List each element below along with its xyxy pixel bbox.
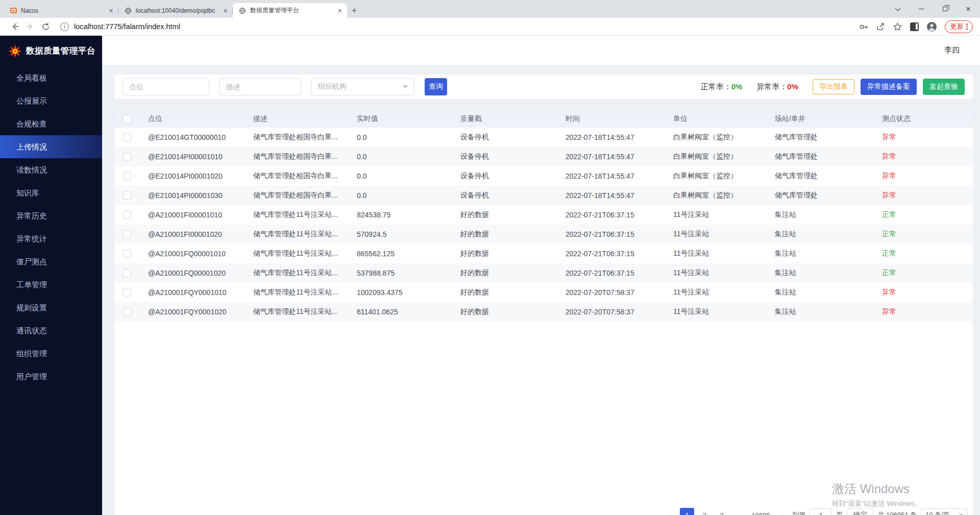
sidebar-item[interactable]: 读数情况 [0, 158, 102, 181]
profile-avatar-icon[interactable] [926, 21, 937, 32]
row-checkbox[interactable] [123, 211, 131, 219]
organization-select[interactable]: 组织机构 [311, 78, 414, 95]
sidebar-item[interactable]: 异常统计 [0, 227, 102, 250]
table-row: @A210001FQY0001010储气库管理处11号注采站...1002093… [114, 283, 973, 302]
description-input[interactable] [219, 78, 301, 95]
row-checkbox[interactable] [123, 269, 131, 277]
row-checkbox[interactable] [123, 230, 131, 238]
sidebar-item[interactable]: 异常历史 [0, 204, 102, 227]
reload-icon[interactable] [38, 22, 53, 31]
tab-close-icon[interactable] [335, 6, 344, 15]
page-button[interactable]: 2 [697, 508, 712, 515]
cell-value: 1002093.4375 [349, 288, 452, 297]
row-checkbox[interactable] [123, 172, 131, 180]
abnormal-rate-value: 0% [787, 82, 798, 91]
cell-point: @A210001FI00001020 [140, 230, 245, 238]
goto-confirm-button[interactable]: 确定 [847, 508, 873, 515]
cell-unit: 11号注采站 [665, 230, 767, 239]
side-panel-icon[interactable] [910, 22, 919, 31]
sidebar-item[interactable]: 僵尸测点 [0, 250, 102, 273]
password-key-icon[interactable] [859, 22, 868, 32]
sidebar-item[interactable]: 公报展示 [0, 89, 102, 112]
page-button[interactable]: 10696 [749, 508, 772, 515]
cell-unit: 11号注采站 [665, 307, 767, 316]
sidebar-item[interactable]: 规则设置 [0, 296, 102, 319]
abnormal-record-button[interactable]: 异常描述备案 [861, 79, 917, 95]
tab-close-icon[interactable] [221, 6, 230, 15]
cell-quality: 好的数据 [452, 307, 557, 316]
goto-page-input[interactable] [810, 508, 832, 515]
cell-time: 2022-07-21T06:37:15 [557, 230, 665, 238]
cell-station: 储气库管理处 [767, 133, 874, 142]
cell-unit: 11号注采站 [665, 268, 767, 278]
share-icon[interactable] [876, 22, 885, 31]
select-all-checkbox[interactable] [123, 115, 131, 123]
cell-station: 集注站 [767, 288, 874, 297]
tab-localhost-demo[interactable]: localhost:10040/demo/psjdbc [118, 3, 233, 18]
data-table: 点位描述实时值质量戳时间单位场站/单井测点状态 @E210014GT000000… [114, 110, 973, 515]
cell-desc: 储气库管理处11号注采站... [245, 249, 349, 258]
sidebar-item[interactable]: 工单管理 [0, 273, 102, 296]
tab-nacos[interactable]: Nacos [4, 3, 118, 18]
cell-desc: 储气库管理处11号注采站... [245, 210, 349, 219]
normal-rate-value: 0% [731, 82, 743, 91]
update-label: 更新 [950, 22, 963, 31]
browser-tab-bar: Nacos localhost:10040/demo/psjdbc 数据质量管理… [0, 0, 980, 18]
window-minimize-icon[interactable] [910, 0, 933, 18]
cell-value: 0.0 [349, 153, 452, 161]
row-checkbox[interactable] [123, 133, 131, 141]
sidebar-item[interactable]: 全局看板 [0, 66, 102, 89]
search-button[interactable]: 查询 [425, 78, 447, 95]
tab-data-quality-platform[interactable]: 数据质量管理平台 [233, 3, 347, 18]
sidebar-item[interactable]: 上传情况 [0, 135, 102, 158]
chrome-update-button[interactable]: 更新 [945, 20, 973, 33]
current-user[interactable]: 李四 [944, 45, 960, 55]
row-checkbox[interactable] [123, 153, 131, 161]
cell-unit: 白果树阀室（监控） [665, 191, 767, 200]
page-button[interactable]: 3 [715, 508, 729, 515]
row-checkbox[interactable] [123, 288, 131, 297]
sidebar-item[interactable]: 知识库 [0, 181, 102, 204]
forward-icon[interactable] [22, 22, 38, 31]
cell-quality: 设备停机 [452, 152, 557, 161]
cell-time: 2022-07-21T06:37:15 [557, 269, 665, 277]
tab-title: 数据质量管理平台 [250, 6, 331, 15]
cell-unit: 白果树阀室（监控） [665, 133, 767, 142]
page-info-icon[interactable] [60, 22, 69, 31]
window-close-icon[interactable] [957, 0, 980, 18]
start-inspection-button[interactable]: 发起查验 [923, 79, 965, 95]
cell-point: @A210001FQY0001010 [140, 288, 245, 297]
row-checkbox[interactable] [123, 191, 131, 200]
url-text[interactable]: localhost:7775/falarm/index.html [74, 22, 180, 31]
sidebar-item[interactable]: 组织管理 [0, 342, 102, 365]
table-row: @A210001FQ00001020储气库管理处11号注采站...537988.… [114, 263, 973, 283]
cell-value: 865562.125 [349, 250, 452, 258]
sidebar-item[interactable]: 用户管理 [0, 365, 102, 388]
next-page-icon[interactable]: › [776, 511, 788, 515]
sidebar: 数据质量管理平台 全局看板公报展示合规检查上传情况读数情况知识库异常历史异常统计… [0, 36, 102, 515]
browser-menu-chevron-icon[interactable] [886, 0, 910, 18]
cell-status: 正常 [874, 210, 973, 219]
new-tab-button[interactable] [347, 3, 361, 18]
sidebar-item[interactable]: 合规检查 [0, 112, 102, 135]
sidebar-item[interactable]: 通讯状态 [0, 319, 102, 342]
back-icon[interactable] [7, 22, 22, 31]
cell-point: @E210014PI00001020 [140, 172, 245, 180]
bookmark-star-icon[interactable] [893, 22, 902, 32]
row-checkbox[interactable] [123, 250, 131, 258]
page-size-select[interactable]: 10 条/页 [921, 508, 968, 515]
cell-desc: 储气库管理处相国寺白果... [245, 171, 349, 181]
tab-close-icon[interactable] [107, 6, 115, 15]
table-row: @A210001FI00001010储气库管理处11号注采站...824538.… [114, 205, 973, 225]
row-checkbox[interactable] [123, 308, 131, 316]
page-button[interactable]: 1 [680, 508, 694, 515]
table-head: 点位描述实时值质量戳时间单位场站/单井测点状态 [114, 110, 973, 128]
export-report-button[interactable]: 导出报表 [813, 79, 854, 94]
window-restore-icon[interactable] [933, 0, 957, 18]
cell-point: @E210014PI00001010 [140, 153, 245, 161]
prev-page-icon[interactable]: ‹ [664, 511, 676, 515]
table-body: @E210014GT00000010储气库管理处相国寺白果...0.0设备停机2… [114, 128, 973, 322]
browser-kebab-menu-icon[interactable] [966, 23, 968, 30]
point-input[interactable] [122, 78, 209, 95]
pagination: ‹ 123...10696 › 到第 页 确定 共 106951 条 10 条/… [664, 508, 968, 515]
